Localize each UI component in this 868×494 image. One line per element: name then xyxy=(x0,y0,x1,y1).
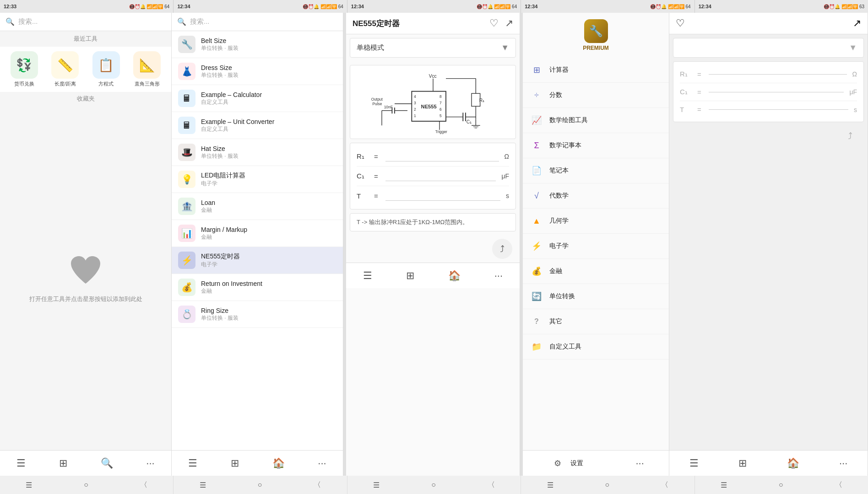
recent-tool-equations[interactable]: 📋 方程式 xyxy=(92,51,120,87)
recent-tool-length[interactable]: 📏 长度/距离 xyxy=(51,51,79,87)
android-home-1[interactable]: ○ xyxy=(78,478,94,492)
home-icon-5[interactable]: 🏠 xyxy=(783,454,803,473)
recent-tool-triangle[interactable]: 📐 直角三角形 xyxy=(133,51,161,87)
panel5-mode[interactable]: ▼ xyxy=(673,38,864,58)
tool-example-calc[interactable]: 🖩 Example – Calculator 自定义工具 xyxy=(172,85,343,112)
settings-label: 设置 xyxy=(570,459,583,467)
settings-item[interactable]: ⚙ 设置 xyxy=(544,452,590,474)
cat-custom[interactable]: 📁 自定义工具 xyxy=(523,334,669,360)
sliders-icon-2[interactable]: ⊞ xyxy=(227,454,243,473)
svg-text:NE555: NE555 xyxy=(421,104,436,109)
cat-unit-converter[interactable]: 🔄 单位转换 xyxy=(523,284,669,309)
more-icon-2[interactable]: ··· xyxy=(314,454,330,473)
mode-selector[interactable]: 单稳模式 ▼ xyxy=(350,38,516,58)
tool-belt-size[interactable]: 🔧 Belt Size 单位转换 · 服装 xyxy=(172,31,343,58)
sliders-icon-3[interactable]: ⊞ xyxy=(402,266,418,285)
share-button[interactable]: ⤴ xyxy=(492,239,512,259)
cat-algebra[interactable]: √ 代数学 xyxy=(523,183,669,209)
cat-other[interactable]: ? 其它 xyxy=(523,309,669,334)
android-nav-bar: ☰ ○ 〈 ☰ ○ 〈 ☰ ○ 〈 ☰ ○ 〈 ☰ ○ 〈 xyxy=(0,476,868,494)
tool-hat-size[interactable]: 🎩 Hat Size 单位转换 · 服装 xyxy=(172,139,343,166)
more-icon-4[interactable]: ··· xyxy=(632,454,647,473)
android-home-5[interactable]: ○ xyxy=(773,478,789,492)
android-menu-2[interactable]: ☰ xyxy=(194,478,212,492)
ne555-icon: ⚡ xyxy=(178,252,195,269)
android-back-2[interactable]: 〈 xyxy=(308,478,326,493)
menu-icon-5[interactable]: ☰ xyxy=(686,454,702,473)
more-icon-1[interactable]: ··· xyxy=(142,454,158,473)
more-icon-5[interactable]: ··· xyxy=(835,454,851,473)
search-icon-1: 🔍 xyxy=(5,17,15,26)
more-icon-3[interactable]: ··· xyxy=(491,266,506,285)
android-back-4[interactable]: 〈 xyxy=(656,478,674,493)
panel2-search-bar[interactable]: 🔍 搜索... xyxy=(172,13,343,31)
status-seg-2: 12:34 📵⏰🔔 📶📶🛜 64 xyxy=(174,0,347,13)
cat-graphing[interactable]: 📈 数学绘图工具 xyxy=(523,108,669,133)
t-input[interactable] xyxy=(385,191,500,201)
hat-size-info: Hat Size 单位转换 · 服装 xyxy=(201,145,336,160)
share-header-icon[interactable]: ↗ xyxy=(505,17,513,29)
panel5-t-eq: = xyxy=(697,106,701,113)
cat-finance[interactable]: 💰 金融 xyxy=(523,259,669,284)
main-content: 🔍 搜索... 最近工具 💱 货币兑换 📏 长度/距离 📋 方程式 📐 直角三角… xyxy=(0,13,868,476)
sliders-icon-5[interactable]: ⊞ xyxy=(735,454,750,473)
menu-icon-3[interactable]: ☰ xyxy=(359,266,376,285)
t-label: T xyxy=(357,192,370,200)
android-back-5[interactable]: 〈 xyxy=(830,478,848,493)
favorite-icon[interactable]: ♡ xyxy=(489,17,499,29)
c1-input[interactable] xyxy=(385,171,496,181)
android-menu-1[interactable]: ☰ xyxy=(20,478,38,492)
tool-example-unit[interactable]: 🖩 Example – Unit Converter 自定义工具 xyxy=(172,112,343,139)
panel5-c1: C₁ xyxy=(680,88,694,96)
cat-notebook[interactable]: 📄 笔记本 xyxy=(523,158,669,183)
android-menu-5[interactable]: ☰ xyxy=(715,478,732,492)
menu-icon-1[interactable]: ☰ xyxy=(13,454,29,473)
belt-size-info: Belt Size 单位转换 · 服装 xyxy=(201,37,336,52)
android-home-4[interactable]: ○ xyxy=(600,478,615,492)
margin-icon: 📊 xyxy=(178,225,195,242)
panel5-fav-icon[interactable]: ♡ xyxy=(676,17,685,29)
r1-input[interactable] xyxy=(385,151,499,161)
electronics-icon: ⚡ xyxy=(529,239,544,253)
svg-text:6: 6 xyxy=(439,107,442,112)
home-icon-3[interactable]: 🏠 xyxy=(445,266,464,285)
android-home-2[interactable]: ○ xyxy=(252,478,268,492)
android-back-1[interactable]: 〈 xyxy=(135,478,153,493)
cat-notepad[interactable]: Σ 数学记事本 xyxy=(523,133,669,158)
calckit-logo: 🔧 xyxy=(584,19,608,43)
recent-tools-label: 最近工具 xyxy=(0,31,171,47)
tool-dress-size[interactable]: 👗 Dress Size 单位转换 · 服装 xyxy=(172,58,343,85)
tool-margin[interactable]: 📊 Margin / Markup 金融 xyxy=(172,220,343,247)
sliders-icon-1[interactable]: ⊞ xyxy=(55,454,71,473)
cat-electronics[interactable]: ⚡ 电子学 xyxy=(523,234,669,259)
cat-other-label: 其它 xyxy=(549,317,662,326)
panel5-share-icon[interactable]: ↗ xyxy=(853,17,861,29)
android-menu-4[interactable]: ☰ xyxy=(542,478,559,492)
cat-calculator[interactable]: ⊞ 计算器 xyxy=(523,58,669,83)
tool-loan[interactable]: 🏦 Loan 金融 xyxy=(172,193,343,220)
icons-4: 📵⏰🔔 📶📶🛜 64 xyxy=(650,4,691,9)
search-nav-icon-1[interactable]: 🔍 xyxy=(97,454,117,473)
home-icon-2[interactable]: 🏠 xyxy=(269,454,288,473)
tool-roi[interactable]: 💰 Return on Investment 金融 xyxy=(172,274,343,301)
panel-recent-tools: 🔍 搜索... 最近工具 💱 货币兑换 📏 长度/距离 📋 方程式 📐 直角三角… xyxy=(0,13,172,476)
cat-geometry[interactable]: ▲ 几何学 xyxy=(523,209,669,234)
menu-icon-2[interactable]: ☰ xyxy=(184,454,201,473)
dress-size-icon: 👗 xyxy=(178,63,195,80)
android-menu-3[interactable]: ☰ xyxy=(368,478,385,492)
tool-led[interactable]: 💡 LED电阻计算器 电子学 xyxy=(172,166,343,193)
finance-icon: 💰 xyxy=(529,264,544,279)
roi-icon: 💰 xyxy=(178,279,195,296)
panel5-share-button[interactable]: ⤴ xyxy=(840,126,860,146)
panel1-search-bar[interactable]: 🔍 搜索... xyxy=(0,13,171,31)
cat-fractions[interactable]: ÷ 分数 xyxy=(523,83,669,108)
icons-3: 📵⏰🔔 📶📶🛜 64 xyxy=(477,4,517,9)
tool-ring-size[interactable]: 💍 Ring Size 单位转换 · 服装 xyxy=(172,301,343,328)
android-home-3[interactable]: ○ xyxy=(426,478,441,492)
recent-tool-currency[interactable]: 💱 货币兑换 xyxy=(11,51,38,87)
android-back-3[interactable]: 〈 xyxy=(482,478,500,493)
settings-icon: ⚙ xyxy=(550,456,565,471)
tool-ne555[interactable]: ⚡ NE555定时器 电子学 xyxy=(172,247,343,274)
led-icon: 💡 xyxy=(178,171,195,188)
custom-icon: 📁 xyxy=(529,339,544,354)
